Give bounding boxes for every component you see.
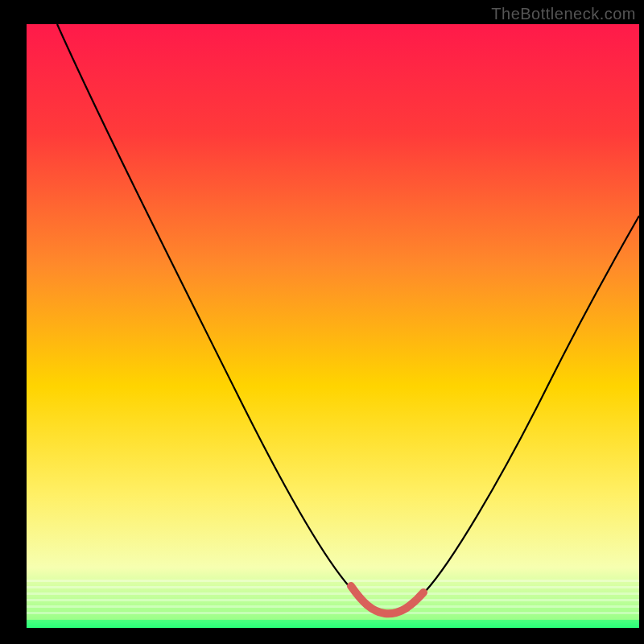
svg-rect-3: [27, 599, 639, 601]
svg-rect-1: [27, 586, 639, 588]
bottleneck-plot: [0, 0, 644, 644]
svg-rect-0: [27, 580, 639, 582]
bottom-bands-green: [27, 620, 639, 628]
svg-rect-5: [27, 612, 639, 614]
svg-rect-4: [27, 605, 639, 608]
watermark-text: TheBottleneck.com: [491, 5, 636, 23]
plot-background: [27, 24, 639, 628]
chart-frame: TheBottleneck.com: [0, 0, 644, 644]
svg-rect-6: [27, 620, 639, 628]
svg-rect-2: [27, 592, 639, 595]
